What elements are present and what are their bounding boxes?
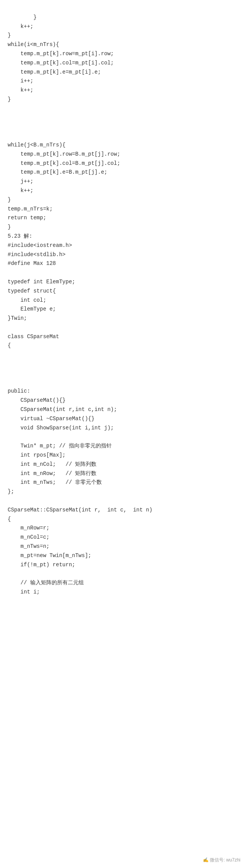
code-line: class CSparseMat xyxy=(8,332,237,342)
code-line: while(j<B.m_nTrs){ xyxy=(8,141,237,150)
code-line: k++; xyxy=(8,186,237,196)
code-line: temp.m_pt[k].row=B.m_pt[j].row; xyxy=(8,150,237,159)
code-line: int m_nTws; // 非零元个数 xyxy=(8,478,237,487)
code-line: CSparseMat(){} xyxy=(8,396,237,405)
code-line: } xyxy=(8,95,237,104)
code-line: #include<stdlib.h> xyxy=(8,250,237,260)
code-line: m_nCol=c; xyxy=(8,533,237,542)
code-line: typedef int ElemType; xyxy=(8,278,237,287)
code-line: CSparseMat::CSparseMat(int r, int c, int… xyxy=(8,506,237,515)
code-line: #include<iostream.h> xyxy=(8,241,237,250)
code-line: temp.m_pt[k].row=m_pt[i].row; xyxy=(8,49,237,59)
code-line: { xyxy=(8,515,237,524)
code-line: i++; xyxy=(8,77,237,86)
code-line: 5.23 解: xyxy=(8,232,237,241)
code-line: while(i<m_nTrs){ xyxy=(8,40,237,49)
code-line xyxy=(8,132,237,141)
code-line xyxy=(8,268,237,278)
code-line: } xyxy=(8,196,237,205)
code-line xyxy=(8,323,237,332)
code-line: int m_nRow; // 矩阵行数 xyxy=(8,469,237,478)
code-line: int i; xyxy=(8,588,237,597)
code-line: } xyxy=(8,31,237,40)
code-line xyxy=(8,350,237,360)
code-line: temp.m_pt[k].col=B.m_pt[j].col; xyxy=(8,159,237,168)
code-line: k++; xyxy=(8,22,237,31)
code-line: Twin* m_pt; // 指向非零元的指针 xyxy=(8,442,237,451)
code-line xyxy=(8,113,237,123)
code-line xyxy=(8,122,237,132)
code-line: j++; xyxy=(8,177,237,186)
code-line: int m_nCol; // 矩阵列数 xyxy=(8,460,237,469)
code-line: temp.m_nTrs=k; xyxy=(8,205,237,214)
code-line xyxy=(8,432,237,442)
code-line: typedef struct{ xyxy=(8,287,237,296)
code-line: CSparseMat(int r,int c,int n); xyxy=(8,405,237,414)
code-line: int col; xyxy=(8,296,237,305)
code-line: m_nRow=r; xyxy=(8,524,237,533)
code-line xyxy=(8,369,237,378)
code-line: m_pt=new Twin[m_nTws]; xyxy=(8,551,237,561)
code-line xyxy=(8,496,237,506)
code-line: virtual ~CSparseMat(){} xyxy=(8,414,237,424)
code-line: // 输入矩阵的所有二元组 xyxy=(8,579,237,588)
code-line: int rpos[Max]; xyxy=(8,451,237,460)
code-line xyxy=(8,104,237,113)
code-line: }Twin; xyxy=(8,314,237,323)
watermark: ✍ 微信号: wu7zhi xyxy=(203,857,240,863)
code-line: ElemType e; xyxy=(8,305,237,314)
code-line: { xyxy=(8,341,237,350)
code-line: temp.m_pt[k].e=B.m_pt[j].e; xyxy=(8,168,237,177)
code-line: }; xyxy=(8,487,237,496)
code-line: temp.m_pt[k].e=m_pt[i].e; xyxy=(8,68,237,77)
code-line: return temp; xyxy=(8,214,237,223)
code-line: #define Max 128 xyxy=(8,259,237,268)
code-line: m_nTws=n; xyxy=(8,542,237,551)
code-line: k++; xyxy=(8,86,237,95)
code-line xyxy=(8,360,237,369)
code-line: } xyxy=(8,223,237,232)
code-line xyxy=(8,569,237,579)
code-line: if(!m_pt) return; xyxy=(8,561,237,570)
code-line: temp.m_pt[k].col=m_pt[i].col; xyxy=(8,59,237,68)
code-line xyxy=(8,378,237,387)
watermark-icon: ✍ xyxy=(203,857,209,863)
code-line: } xyxy=(8,13,237,22)
code-block: } k++;}while(i<m_nTrs){ temp.m_pt[k].row… xyxy=(0,0,245,620)
code-line: public: xyxy=(8,387,237,396)
code-line: void ShowSparse(int i,int j); xyxy=(8,424,237,433)
watermark-text: 微信号: wu7zhi xyxy=(210,857,240,863)
